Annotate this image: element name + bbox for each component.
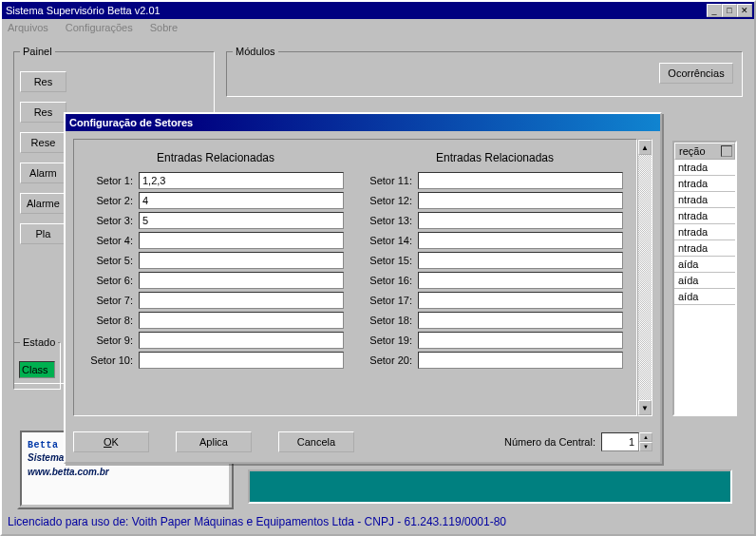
modulos-legend: Módulos (233, 46, 278, 57)
table-row[interactable]: ntrada (674, 192, 735, 208)
client-area: Painel Res Res Rese Alarm Alarme Pla Mód… (2, 36, 754, 534)
menu-sobre[interactable]: Sobre (150, 22, 178, 33)
setor-5-label: Setor 5: (87, 255, 139, 266)
table-row[interactable]: ntrada (674, 160, 735, 176)
setor-10-label: Setor 10: (87, 354, 139, 366)
header-square-icon (721, 145, 732, 157)
setor-7-input[interactable] (139, 292, 344, 309)
setor-1-label: Setor 1: (87, 175, 139, 186)
setor-15-label: Setor 15: (367, 255, 418, 266)
table-row[interactable]: ntrada (674, 176, 735, 192)
table-row[interactable]: ntrada (674, 224, 735, 240)
dialog-titlebar[interactable]: Configuração de Setores (66, 114, 660, 131)
setor-10-input[interactable] (139, 352, 344, 369)
table-row[interactable]: aída (674, 289, 735, 305)
right-column-header[interactable]: reção (674, 143, 735, 160)
right-column-header: Entradas Relacionadas (367, 151, 623, 164)
setor-18-input[interactable] (418, 312, 623, 329)
menu-config[interactable]: Configurações (66, 22, 133, 33)
table-row[interactable]: aída (674, 257, 735, 273)
maximize-button[interactable]: □ (722, 4, 737, 17)
setor-18-label: Setor 18: (367, 315, 418, 326)
setor-6-input[interactable] (139, 272, 344, 289)
setor-17-input[interactable] (418, 292, 623, 309)
painel-btn-2[interactable]: Rese (20, 132, 66, 153)
brand-line2: www.betta.com.br (22, 465, 229, 479)
status-panel (248, 469, 732, 504)
right-column-table: reção ntrada ntrada ntrada ntrada ntrada… (672, 141, 737, 416)
painel-legend: Painel (20, 46, 55, 57)
setor-1-input[interactable] (139, 172, 344, 189)
painel-btn-1[interactable]: Res (20, 102, 66, 123)
table-row[interactable]: aída (674, 273, 735, 289)
close-button[interactable]: ✕ (737, 4, 752, 17)
main-window: Sistema Supervisório Betta v2.01 _ □ ✕ A… (0, 0, 756, 536)
setor-20-input[interactable] (418, 352, 623, 369)
configuracao-setores-dialog: Configuração de Setores Entradas Relacio… (64, 112, 662, 464)
menubar: Arquivos Configurações Sobre (2, 19, 754, 36)
class-flag: Class (19, 361, 55, 378)
left-column-header: Entradas Relacionadas (87, 151, 344, 164)
setor-17-label: Setor 17: (367, 295, 418, 306)
setor-19-input[interactable] (418, 332, 623, 349)
setor-15-input[interactable] (418, 252, 623, 269)
setor-3-input[interactable] (139, 212, 344, 229)
table-row[interactable]: ntrada (674, 240, 735, 257)
setor-7-label: Setor 7: (87, 295, 139, 306)
setor-2-label: Setor 2: (87, 195, 139, 206)
painel-btn-4[interactable]: Alarme (20, 193, 66, 214)
setor-4-label: Setor 4: (87, 235, 139, 246)
setor-14-input[interactable] (418, 232, 623, 249)
setor-12-input[interactable] (418, 192, 623, 209)
setor-13-label: Setor 13: (367, 215, 418, 226)
painel-btn-0[interactable]: Res (20, 71, 66, 92)
setor-20-label: Setor 20: (367, 354, 418, 366)
dialog-title: Configuração de Setores (69, 117, 193, 128)
main-titlebar: Sistema Supervisório Betta v2.01 _ □ ✕ (2, 2, 754, 19)
setores-left-column: Entradas Relacionadas Setor 1: Setor 2: … (87, 151, 344, 415)
setor-9-input[interactable] (139, 332, 344, 349)
aplica-button[interactable]: Aplica (176, 431, 252, 452)
setor-16-label: Setor 16: (367, 275, 418, 286)
setor-14-label: Setor 14: (367, 235, 418, 246)
num-central-input[interactable] (601, 432, 639, 451)
setor-16-input[interactable] (418, 272, 623, 289)
estado-legend: Estado (20, 336, 58, 348)
scroll-down-icon[interactable]: ▼ (638, 400, 652, 415)
setor-8-label: Setor 8: (87, 315, 139, 326)
setor-12-label: Setor 12: (367, 195, 418, 206)
setor-6-label: Setor 6: (87, 275, 139, 286)
setor-8-input[interactable] (139, 312, 344, 329)
setor-11-label: Setor 11: (367, 175, 418, 186)
dialog-vertical-scrollbar[interactable]: ▲ ▼ (637, 139, 652, 416)
spin-up-button[interactable]: ▲ (639, 432, 652, 442)
ocorrencias-button[interactable]: Ocorrências (659, 63, 733, 84)
setor-2-input[interactable] (139, 192, 344, 209)
setor-5-input[interactable] (139, 252, 344, 269)
spin-down-button[interactable]: ▼ (639, 442, 652, 451)
table-row[interactable]: ntrada (674, 208, 735, 224)
setor-4-input[interactable] (139, 232, 344, 249)
painel-btn-5[interactable]: Pla (20, 223, 66, 244)
num-central-label: Número da Central: (504, 436, 595, 448)
setor-13-input[interactable] (418, 212, 623, 229)
setor-3-label: Setor 3: (87, 215, 139, 226)
painel-btn-3[interactable]: Alarm (20, 163, 66, 183)
menu-arquivos[interactable]: Arquivos (8, 22, 48, 33)
setor-11-input[interactable] (418, 172, 623, 189)
license-footer: Licenciado para uso de: Voith Paper Máqu… (8, 515, 506, 528)
scroll-track[interactable] (638, 155, 652, 400)
dialog-inner-frame: Entradas Relacionadas Setor 1: Setor 2: … (73, 139, 637, 416)
setor-19-label: Setor 19: (367, 335, 418, 346)
ok-button[interactable]: OK (73, 431, 149, 452)
minimize-button[interactable]: _ (707, 4, 722, 17)
scroll-up-icon[interactable]: ▲ (638, 140, 652, 155)
main-title: Sistema Supervisório Betta v2.01 (6, 5, 707, 16)
cancela-button[interactable]: Cancela (278, 431, 354, 452)
setores-right-column: Entradas Relacionadas Setor 11: Setor 12… (367, 151, 623, 415)
setor-9-label: Setor 9: (87, 335, 139, 346)
